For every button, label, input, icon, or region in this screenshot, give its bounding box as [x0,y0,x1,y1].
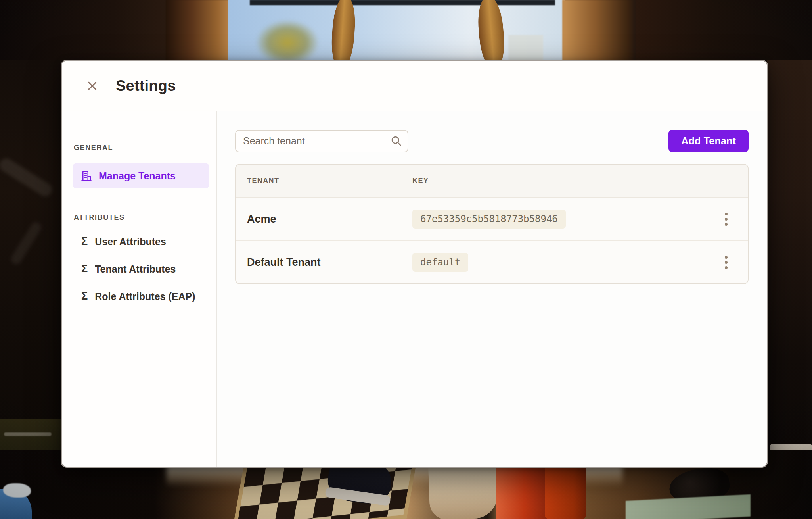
sigma-icon: Σ [81,263,88,274]
table-header-row: TENANT KEY [236,165,748,198]
modal-header: Settings [62,61,767,111]
sigma-icon: Σ [81,291,88,302]
search-field-wrap [235,130,408,152]
table-row: Default Tenant default [236,240,748,283]
column-header-key: KEY [412,177,704,185]
tenant-key-badge: default [412,253,468,272]
sidebar-item-label: Tenant Attributes [95,263,176,275]
tenant-key-badge: 67e53359c5b5818773b58946 [412,210,566,229]
sidebar-item-role-attributes[interactable]: Σ Role Attributes (EAP) [73,288,209,305]
sidebar-item-tenant-attributes[interactable]: Σ Tenant Attributes [73,260,209,278]
close-icon[interactable] [83,77,101,94]
sidebar-section-general: GENERAL [74,143,209,152]
search-input[interactable] [235,130,408,152]
building-icon [80,170,92,182]
row-kebab-menu-icon[interactable] [716,210,735,229]
modal-body: GENERAL Manage Tenants ATTRIBUTES Σ User… [62,111,767,467]
tenant-name: Acme [247,213,412,225]
tenant-name: Default Tenant [247,256,412,269]
sigma-icon: Σ [81,236,88,247]
sidebar: GENERAL Manage Tenants ATTRIBUTES Σ User… [62,111,217,467]
sidebar-item-label: User Attributes [95,236,166,248]
content-pane: Add Tenant TENANT KEY Acme 67e53359c5b58… [217,111,767,467]
toolbar: Add Tenant [235,130,749,152]
search-icon [390,135,402,147]
sidebar-item-label: Role Attributes (EAP) [95,291,195,302]
sidebar-section-attributes: ATTRIBUTES [74,213,209,222]
add-tenant-button[interactable]: Add Tenant [668,130,749,152]
tenants-table: TENANT KEY Acme 67e53359c5b5818773b58946… [235,164,749,284]
settings-modal: Settings GENERAL Manage Tenants ATTRIBUT… [61,60,768,468]
sidebar-item-manage-tenants[interactable]: Manage Tenants [73,163,209,188]
table-row: Acme 67e53359c5b5818773b58946 [236,198,748,240]
sidebar-item-user-attributes[interactable]: Σ User Attributes [73,233,209,250]
sidebar-item-label: Manage Tenants [99,170,176,182]
row-kebab-menu-icon[interactable] [716,253,735,272]
column-header-tenant: TENANT [247,177,412,185]
page-title: Settings [116,77,176,94]
